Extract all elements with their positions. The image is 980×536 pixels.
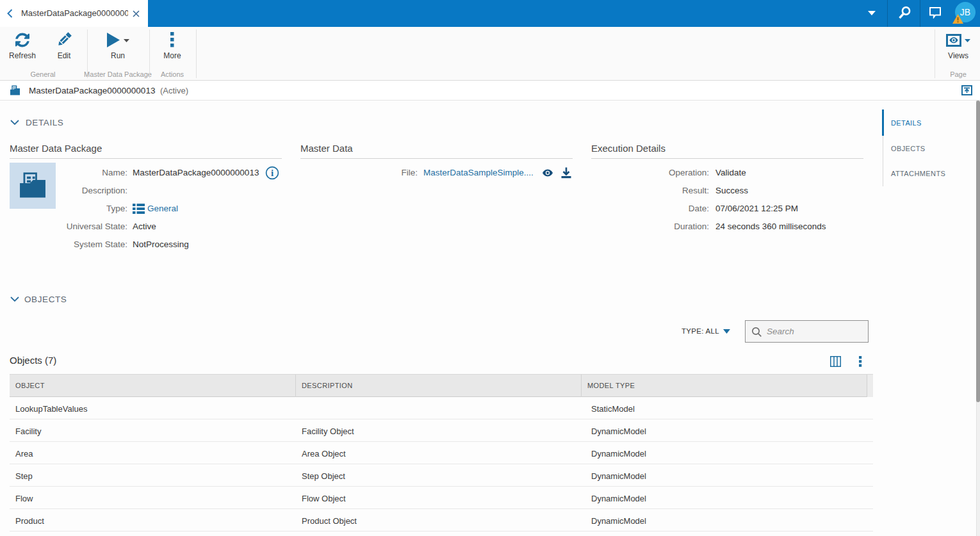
svg-text:i: i [271, 168, 274, 178]
